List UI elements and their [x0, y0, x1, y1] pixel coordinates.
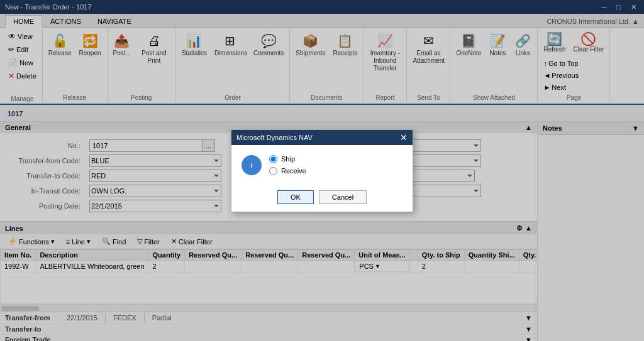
dialog: Microsoft Dynamics NAV ✕ i Ship Receive … — [231, 129, 413, 212]
dialog-cancel-button[interactable]: Cancel — [319, 190, 367, 204]
receive-radio-label[interactable]: Receive — [269, 167, 306, 175]
ship-radio[interactable] — [269, 155, 277, 163]
dialog-info-icon: i — [242, 155, 262, 175]
dialog-body: i Ship Receive — [231, 145, 413, 185]
dialog-ok-button[interactable]: OK — [277, 190, 314, 204]
dialog-footer: OK Cancel — [231, 185, 413, 212]
dialog-overlay: Microsoft Dynamics NAV ✕ i Ship Receive … — [0, 0, 644, 341]
dialog-close-btn[interactable]: ✕ — [400, 133, 408, 143]
ship-radio-label[interactable]: Ship — [269, 155, 306, 163]
dialog-options: Ship Receive — [269, 155, 306, 175]
receive-radio[interactable] — [269, 167, 277, 175]
dialog-title: Microsoft Dynamics NAV ✕ — [231, 130, 413, 145]
